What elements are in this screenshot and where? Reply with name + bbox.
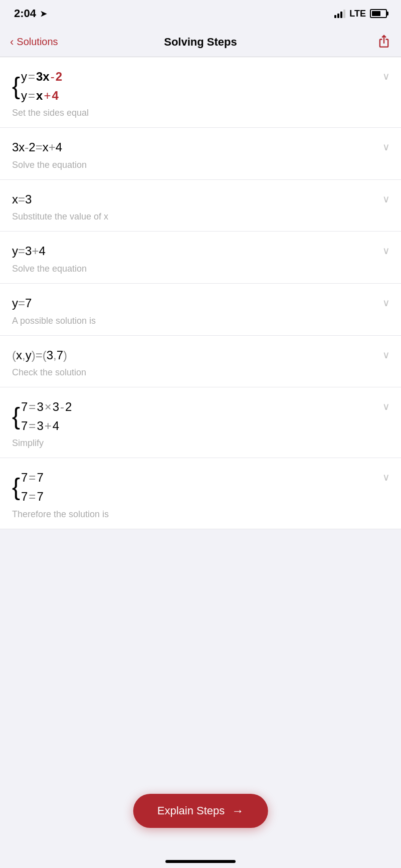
equation-line-2: 7=7 — [21, 488, 44, 505]
step-math: { 7=7 7=7 — [12, 469, 389, 505]
chevron-down-icon[interactable]: ∨ — [382, 400, 390, 412]
step-math: (x , y)=(3 , 7) — [12, 347, 389, 364]
equation-line-1: 7=7 — [21, 469, 44, 486]
equation-line-1: 7=3×3-2 — [21, 398, 72, 415]
page-title: Solving Steps — [164, 36, 237, 49]
status-right: LTE — [334, 9, 387, 19]
back-label: Solutions — [17, 36, 58, 48]
chevron-down-icon[interactable]: ∨ — [382, 245, 390, 257]
step-row[interactable]: y=3+4 Solve the equation ∨ — [0, 232, 401, 284]
home-indicator — [165, 860, 236, 863]
step-description: Solve the equation — [12, 160, 389, 170]
status-time: 2:04 ➤ — [14, 7, 47, 20]
explain-btn-container: Explain Steps → — [133, 794, 268, 828]
back-button[interactable]: ‹ Solutions — [10, 36, 58, 49]
step-row[interactable]: { y=3x-2 y=x+4 Set the sides equal ∨ — [0, 57, 401, 128]
step-row[interactable]: { 7=3×3-2 7=3+4 Simplify ∨ — [0, 387, 401, 458]
brace-system: { y=3x-2 y=x+4 — [12, 68, 62, 104]
location-icon: ➤ — [40, 9, 47, 19]
equation-line-2: 7=3+4 — [21, 417, 72, 435]
step-math: x=3 — [12, 191, 389, 208]
step-math: { y=3x-2 y=x+4 — [12, 68, 389, 104]
chevron-left-icon: ‹ — [10, 36, 14, 49]
brace-icon: { — [12, 68, 20, 104]
brace-icon: { — [12, 469, 20, 505]
step-math: y=7 — [12, 295, 389, 312]
share-icon — [377, 34, 391, 48]
nav-bar: ‹ Solutions Solving Steps — [0, 27, 401, 57]
arrow-icon: → — [232, 804, 244, 818]
step-math: 3x-2=x+4 — [12, 139, 389, 156]
chevron-down-icon[interactable]: ∨ — [382, 70, 390, 82]
signal-icon — [334, 9, 345, 18]
step-description: Therefore the solution is — [12, 509, 389, 520]
chevron-down-icon[interactable]: ∨ — [382, 349, 390, 361]
step-description: Simplify — [12, 438, 389, 449]
explain-steps-button[interactable]: Explain Steps → — [133, 794, 268, 828]
step-row[interactable]: 3x-2=x+4 Solve the equation ∨ — [0, 128, 401, 180]
share-button[interactable] — [377, 34, 391, 50]
step-description: Solve the equation — [12, 264, 389, 274]
step-description: Substitute the value of x — [12, 211, 389, 222]
lte-label: LTE — [349, 9, 366, 19]
step-description: Check the solution — [12, 367, 389, 378]
brace-system: { 7=7 7=7 — [12, 469, 44, 505]
step-row[interactable]: (x , y)=(3 , 7) Check the solution ∨ — [0, 336, 401, 388]
step-row[interactable]: { 7=7 7=7 Therefore the solution is ∨ — [0, 458, 401, 529]
step-math: { 7=3×3-2 7=3+4 — [12, 398, 389, 434]
step-row[interactable]: y=7 A possible solution is ∨ — [0, 284, 401, 336]
status-bar: 2:04 ➤ LTE — [0, 0, 401, 27]
content-area: { y=3x-2 y=x+4 Set the sides equal ∨ 3x-… — [0, 57, 401, 529]
equation-line-1: y=3x-2 — [21, 68, 62, 85]
step-description: A possible solution is — [12, 316, 389, 326]
battery-icon — [370, 9, 387, 18]
step-math: y=3+4 — [12, 243, 389, 260]
explain-btn-label: Explain Steps — [157, 804, 225, 817]
step-description: Set the sides equal — [12, 108, 389, 118]
chevron-down-icon[interactable]: ∨ — [382, 471, 390, 483]
time-display: 2:04 — [14, 7, 36, 20]
step-row[interactable]: x=3 Substitute the value of x ∨ — [0, 180, 401, 232]
equation-line-2: y=x+4 — [21, 87, 62, 104]
battery-fill — [372, 11, 380, 16]
brace-icon: { — [12, 398, 20, 434]
brace-system: { 7=3×3-2 7=3+4 — [12, 398, 72, 434]
chevron-down-icon[interactable]: ∨ — [382, 141, 390, 153]
chevron-down-icon[interactable]: ∨ — [382, 297, 390, 309]
chevron-down-icon[interactable]: ∨ — [382, 193, 390, 205]
